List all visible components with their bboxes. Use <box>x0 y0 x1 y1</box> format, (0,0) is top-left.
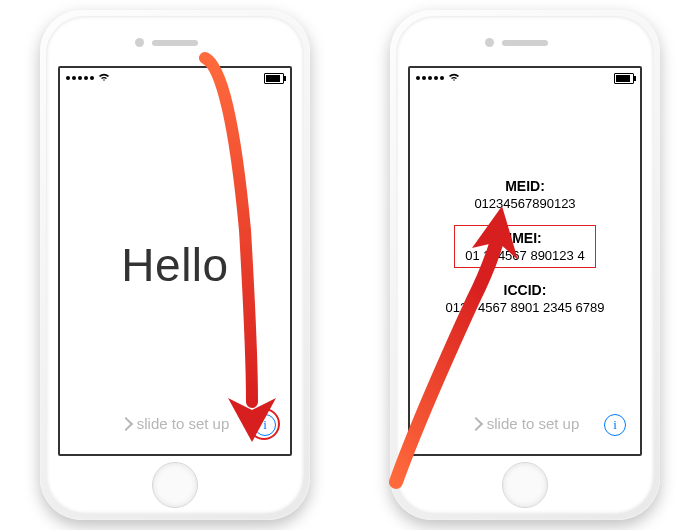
screen-device-info: MEID: 01234567890123 IMEI: 01 234567 890… <box>408 66 642 456</box>
front-camera <box>135 38 144 47</box>
home-button[interactable] <box>152 462 198 508</box>
imei-value: 01 234567 890123 4 <box>465 248 584 263</box>
hello-greeting: Hello <box>60 238 290 292</box>
imei-label: IMEI: <box>465 230 584 246</box>
imei-row: IMEI: 01 234567 890123 4 <box>410 225 640 268</box>
info-icon: i <box>613 417 617 433</box>
meid-row: MEID: 01234567890123 <box>410 178 640 211</box>
slide-label: slide to set up <box>487 415 580 432</box>
chevron-right-icon <box>119 416 133 430</box>
info-button[interactable]: i <box>254 414 276 436</box>
signal-dots-icon <box>66 76 94 80</box>
info-icon: i <box>263 417 267 433</box>
slide-label: slide to set up <box>137 415 230 432</box>
home-button[interactable] <box>502 462 548 508</box>
status-bar <box>416 72 634 84</box>
earpiece-speaker <box>502 40 548 46</box>
iphone-device-left: Hello slide to set up i <box>40 10 310 520</box>
front-camera <box>485 38 494 47</box>
wifi-icon <box>98 72 110 84</box>
iphone-device-right: MEID: 01234567890123 IMEI: 01 234567 890… <box>390 10 660 520</box>
meid-label: MEID: <box>410 178 640 194</box>
iccid-row: ICCID: 0123 4567 8901 2345 6789 <box>410 282 640 315</box>
imei-highlight-box: IMEI: 01 234567 890123 4 <box>454 225 595 268</box>
info-button[interactable]: i <box>604 414 626 436</box>
wifi-icon <box>448 72 460 84</box>
iccid-value: 0123 4567 8901 2345 6789 <box>410 300 640 315</box>
battery-icon <box>614 73 634 84</box>
meid-value: 01234567890123 <box>410 196 640 211</box>
chevron-right-icon <box>469 416 483 430</box>
signal-dots-icon <box>416 76 444 80</box>
status-bar <box>66 72 284 84</box>
device-identifiers: MEID: 01234567890123 IMEI: 01 234567 890… <box>410 178 640 329</box>
battery-icon <box>264 73 284 84</box>
iccid-label: ICCID: <box>410 282 640 298</box>
screen-hello: Hello slide to set up i <box>58 66 292 456</box>
earpiece-speaker <box>152 40 198 46</box>
